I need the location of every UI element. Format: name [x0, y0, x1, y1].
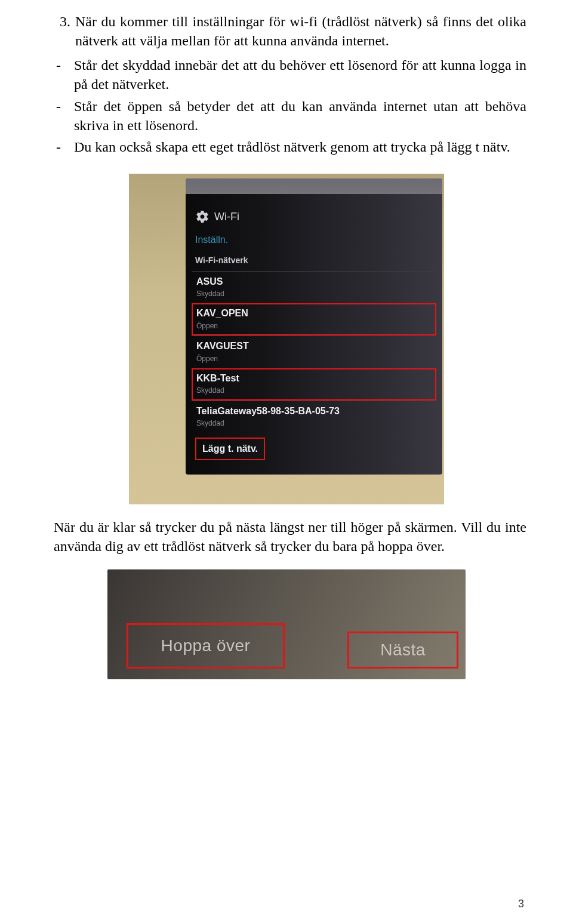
section-label: Wi-Fi-nätverk [192, 252, 436, 271]
phone-screen: Wi-Fi Inställn. Wi-Fi-nätverk ASUS Skydd… [186, 178, 442, 475]
bullet-text: Du kan också skapa ett eget trådlöst nät… [74, 137, 526, 156]
network-status: Skyddad [196, 289, 432, 298]
network-item-kavopen[interactable]: KAV_OPEN Öppen [192, 303, 436, 335]
bullet-item: - Står det skyddad innebär det att du be… [56, 56, 526, 94]
dash: - [56, 97, 74, 135]
network-item-telia[interactable]: TeliaGateway58-98-35-BA-05-73 Skyddad [192, 401, 436, 433]
page-number: 3 [518, 897, 524, 911]
dash: - [56, 137, 74, 156]
dash: - [56, 56, 74, 94]
step-text: När du kommer till inställningar för wi-… [75, 12, 526, 51]
numbered-step: 3. När du kommer till inställningar för … [47, 12, 526, 51]
network-name: KAV_OPEN [196, 307, 432, 320]
network-item-asus[interactable]: ASUS Skyddad [192, 271, 436, 304]
wifi-header: Wi-Fi [192, 208, 436, 225]
network-item-kkbtest[interactable]: KKB-Test Skyddad [192, 368, 436, 401]
network-status: Öppen [196, 321, 432, 331]
bullet-text: Står det skyddad innebär det att du behö… [74, 56, 526, 94]
network-name: ASUS [196, 275, 432, 288]
phone-photo: Wi-Fi Inställn. Wi-Fi-nätverk ASUS Skydd… [129, 174, 444, 504]
install-link[interactable]: Inställn. [192, 229, 436, 252]
lower-paragraph: När du är klar så trycker du på nästa lä… [47, 518, 526, 556]
step-number: 3. [47, 12, 75, 51]
gear-icon [195, 210, 210, 224]
network-name: KKB-Test [196, 372, 432, 385]
skip-button[interactable]: Hoppa över [127, 623, 285, 669]
bullet-list: - Står det skyddad innebär det att du be… [56, 56, 526, 157]
bullet-text: Står det öppen så betyder det att du kan… [74, 97, 526, 135]
network-item-kavguest[interactable]: KAVGUEST Öppen [192, 335, 436, 368]
network-status: Öppen [196, 354, 432, 364]
network-status: Skyddad [196, 418, 432, 428]
network-name: TeliaGateway58-98-35-BA-05-73 [196, 405, 432, 418]
bullet-item: - Står det öppen så betyder det att du k… [56, 97, 526, 135]
bullet-item: - Du kan också skapa ett eget trådlöst n… [56, 137, 526, 156]
add-network-button[interactable]: Lägg t. nätv. [195, 438, 265, 460]
lower-text: När du är klar så trycker du på nästa lä… [54, 518, 526, 556]
next-button[interactable]: Nästa [347, 632, 458, 669]
phone-bezel-top [186, 178, 442, 194]
network-status: Skyddad [196, 386, 432, 395]
network-name: KAVGUEST [196, 340, 432, 353]
wifi-title: Wi-Fi [214, 210, 239, 224]
button-photo: Hoppa över Nästa [107, 569, 466, 679]
